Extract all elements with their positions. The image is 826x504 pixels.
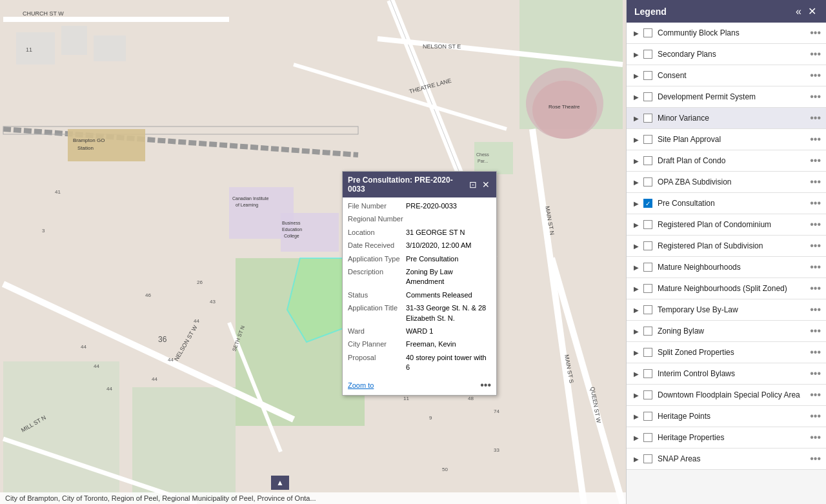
legend-item-more-button[interactable]: ••• — [810, 261, 821, 273]
legend-item-more-button[interactable]: ••• — [810, 48, 821, 60]
legend-expand-icon[interactable]: ▶ — [632, 412, 641, 421]
legend-item-more-button[interactable]: ••• — [810, 240, 821, 252]
legend-item-more-button[interactable]: ••• — [810, 283, 821, 294]
legend-item[interactable]: ▶Registered Plan of Subdivision••• — [627, 236, 826, 257]
legend-expand-icon[interactable]: ▶ — [632, 71, 641, 80]
legend-expand-icon[interactable]: ▶ — [632, 454, 641, 463]
legend-expand-icon[interactable]: ▶ — [632, 177, 641, 186]
legend-checkbox[interactable] — [643, 114, 652, 123]
legend-checkbox[interactable] — [643, 199, 652, 208]
legend-expand-icon[interactable]: ▶ — [632, 135, 641, 144]
legend-checkbox[interactable] — [643, 28, 652, 37]
legend-expand-icon[interactable]: ▶ — [632, 369, 641, 378]
legend-item-more-button[interactable]: ••• — [810, 347, 821, 358]
legend-expand-icon[interactable]: ▶ — [632, 92, 641, 101]
legend-item-more-button[interactable]: ••• — [810, 27, 821, 39]
popup-body: File NumberPRE-2020-0033Regional NumberL… — [343, 197, 496, 379]
legend-checkbox[interactable] — [643, 263, 652, 272]
legend-item[interactable]: ▶Heritage Points••• — [627, 406, 826, 427]
legend-expand-icon[interactable]: ▶ — [632, 114, 641, 123]
legend-expand-icon[interactable]: ▶ — [632, 305, 641, 314]
svg-text:36: 36 — [158, 335, 167, 344]
map-area[interactable]: CHURCH ST W NELSON ST E THEATRE LANE MAI… — [0, 0, 626, 504]
legend-expand-icon[interactable]: ▶ — [632, 348, 641, 357]
popup-close-button[interactable]: ✕ — [481, 180, 491, 189]
legend-item[interactable]: ▶Zoning Bylaw••• — [627, 321, 826, 342]
legend-expand-icon[interactable]: ▶ — [632, 433, 641, 442]
legend-item[interactable]: ▶Site Plan Approval••• — [627, 129, 826, 150]
legend-checkbox[interactable] — [643, 177, 652, 186]
legend-checkbox[interactable] — [643, 454, 652, 463]
legend-checkbox[interactable] — [643, 433, 652, 442]
popup-field-value: 31-33 George St. N. & 28 Elizabeth St. N… — [406, 303, 491, 323]
legend-item-more-button[interactable]: ••• — [810, 368, 821, 379]
legend-item[interactable]: ▶Mature Neighbourhoods••• — [627, 257, 826, 278]
legend-checkbox[interactable] — [643, 241, 652, 250]
legend-expand-icon[interactable]: ▶ — [632, 156, 641, 165]
legend-checkbox[interactable] — [643, 92, 652, 101]
legend-expand-icon[interactable]: ▶ — [632, 263, 641, 272]
legend-checkbox[interactable] — [643, 284, 652, 293]
legend-item[interactable]: ▶Communtiy Block Plans••• — [627, 23, 826, 44]
legend-checkbox[interactable] — [643, 220, 652, 229]
legend-expand-icon[interactable]: ▶ — [632, 50, 641, 59]
legend-item-more-button[interactable]: ••• — [810, 432, 821, 443]
legend-item[interactable]: ▶Minor Variance••• — [627, 108, 826, 129]
legend-item[interactable]: ▶Consent••• — [627, 65, 826, 86]
legend-expand-icon[interactable]: ▶ — [632, 327, 641, 336]
legend-item-more-button[interactable]: ••• — [810, 134, 821, 145]
legend-item-more-button[interactable]: ••• — [810, 197, 821, 209]
svg-text:43: 43 — [210, 299, 216, 305]
legend-item[interactable]: ▶Downtown Floodplain Special Policy Area… — [627, 385, 826, 406]
legend-item-more-button[interactable]: ••• — [810, 91, 821, 103]
svg-text:44: 44 — [106, 386, 112, 392]
legend-checkbox[interactable] — [643, 50, 652, 59]
legend-collapse-button[interactable]: « — [794, 5, 803, 17]
legend-checkbox[interactable] — [643, 305, 652, 314]
popup-more-button[interactable]: ••• — [480, 379, 491, 391]
legend-checkbox[interactable] — [643, 390, 652, 399]
legend-item[interactable]: ▶Draft Plan of Condo••• — [627, 150, 826, 172]
legend-item-more-button[interactable]: ••• — [810, 176, 821, 188]
legend-item[interactable]: ▶SNAP Areas••• — [627, 449, 826, 470]
legend-item[interactable]: ▶Registered Plan of Condominium••• — [627, 214, 826, 236]
legend-item-more-button[interactable]: ••• — [810, 453, 821, 465]
legend-item[interactable]: ▶Development Permit System••• — [627, 86, 826, 108]
legend-item-more-button[interactable]: ••• — [810, 410, 821, 422]
legend-item-more-button[interactable]: ••• — [810, 70, 821, 81]
legend-item-more-button[interactable]: ••• — [810, 389, 821, 401]
legend-checkbox[interactable] — [643, 369, 652, 378]
legend-item-more-button[interactable]: ••• — [810, 112, 821, 124]
svg-text:Education: Education — [282, 227, 302, 232]
legend-item-more-button[interactable]: ••• — [810, 219, 821, 230]
legend-expand-icon[interactable]: ▶ — [632, 220, 641, 229]
legend-item-more-button[interactable]: ••• — [810, 325, 821, 337]
legend-expand-icon[interactable]: ▶ — [632, 199, 641, 208]
legend-expand-icon[interactable]: ▶ — [632, 241, 641, 250]
legend-checkbox[interactable] — [643, 348, 652, 357]
legend-expand-icon[interactable]: ▶ — [632, 390, 641, 399]
legend-item-more-button[interactable]: ••• — [810, 304, 821, 316]
legend-item[interactable]: ▶Temporary Use By-Law••• — [627, 299, 826, 321]
popup-zoom-link[interactable]: Zoom to — [348, 381, 374, 389]
legend-item[interactable]: ▶Secondary Plans••• — [627, 44, 826, 65]
legend-item[interactable]: ▶Heritage Properties••• — [627, 427, 826, 449]
legend-expand-icon[interactable]: ▶ — [632, 28, 641, 37]
legend-item[interactable]: ▶Split Zoned Properties••• — [627, 342, 826, 363]
legend-checkbox[interactable] — [643, 327, 652, 336]
legend-item-label: OPA ZBA Subdivision — [658, 177, 810, 186]
legend-checkbox[interactable] — [643, 412, 652, 421]
legend-item-more-button[interactable]: ••• — [810, 155, 821, 166]
legend-item[interactable]: ▶Interim Control Bylaws••• — [627, 363, 826, 385]
legend-expand-icon[interactable]: ▶ — [632, 284, 641, 293]
legend-item[interactable]: ▶Mature Neighbourhoods (Split Zoned)••• — [627, 278, 826, 299]
legend-checkbox[interactable] — [643, 135, 652, 144]
legend-item[interactable]: ▶OPA ZBA Subdivision••• — [627, 172, 826, 193]
legend-item[interactable]: ▶Pre Consultation••• — [627, 193, 826, 214]
legend-checkbox[interactable] — [643, 156, 652, 165]
popup-restore-button[interactable]: ⊡ — [468, 180, 478, 189]
legend-checkbox[interactable] — [643, 71, 652, 80]
legend-close-button[interactable]: ✕ — [806, 5, 818, 17]
map-collapse-button[interactable]: ▲ — [271, 476, 289, 490]
legend-item-label: Interim Control Bylaws — [658, 369, 810, 378]
